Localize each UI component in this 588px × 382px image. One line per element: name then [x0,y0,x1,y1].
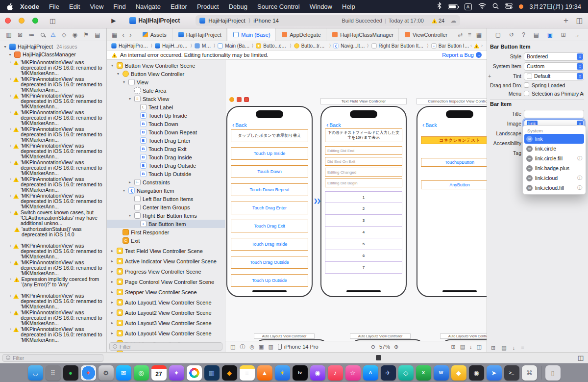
checkbox-spring-loaded[interactable] [524,82,529,88]
outline-row-auto-layout2-view-controller-scene[interactable]: ▸Auto Layout2 View Controller Scene [107,308,225,317]
outline-row-auto-layout1-view-controller-scene[interactable]: ▸Auto Layout1 View Controller Scene [107,298,225,306]
identity-inspector-icon[interactable]: ▤ [534,31,539,38]
outline-row-center-item-groups[interactable]: Center Item Groups [107,203,225,211]
build-status[interactable]: Build Succeeded | Today at 17:00 [342,18,424,24]
disclosure-closed-icon[interactable]: ▸ [110,280,115,284]
variants-icon[interactable]: ▣ [259,344,264,350]
dropdown-item-link-circle-fill[interactable]: ∞link.circle.fillⓘ [524,153,584,163]
partial-phone-outline[interactable] [255,339,328,341]
bottom-indicator-icon[interactable] [376,355,381,360]
table-row-2[interactable]: 2 [325,203,402,215]
back-button[interactable]: ‹Back [232,122,247,128]
test-navigator-icon[interactable]: ◇ [62,31,66,38]
disclosure-open-icon[interactable]: ▾ [127,97,132,101]
outline-row-text-field-view-controller-scene[interactable]: ▸Text Field View Controller Scene [107,247,225,255]
scene-title-label[interactable]: Auto Layout3 View Controller [440,333,487,339]
minimize-window-button[interactable] [19,18,24,24]
safe-area-icon[interactable]: ◎ [249,344,254,350]
dropdown-item-link-badge-plus[interactable]: ∞link.badge.plus [524,163,584,173]
tab-main-base[interactable]: Main (Base) [227,28,276,41]
disclosure-closed-icon[interactable]: › [10,327,11,332]
button-view-controller-scene[interactable]: ‹Back タップしたボタンで表示切り替え Touch Up InsideTou… [226,106,313,297]
partial-phone-outline[interactable] [351,339,424,341]
outline-row-view[interactable]: ▾View [107,78,225,86]
navigator-filter-field[interactable]: Filter [2,354,103,362]
size-inspector-icon[interactable]: ⊞ [561,31,566,38]
outline-row-test-label[interactable]: LTest Label [107,103,225,111]
file-inspector-icon[interactable]: ▢ [495,31,501,38]
phone-button-touch-down[interactable]: Touch Down [231,165,308,178]
zoom-level[interactable]: 57% [379,344,390,350]
disclosure-open-icon[interactable]: ▾ [116,72,121,76]
issue-row-7[interactable]: ›'MKPinAnnotationView' was deprecated in… [0,158,106,175]
input-source-icon[interactable]: A [465,3,472,10]
disclosure-closed-icon[interactable]: › [10,210,11,215]
dropdown-item-link-icloud[interactable]: ∞link.icloudⓘ [524,173,584,183]
table-row-7[interactable]: 7 [325,262,402,274]
outline-row-safe-area[interactable]: Safe Area [107,86,225,95]
issue-row-13[interactable]: ›'MKPinAnnotationView' was deprecated in… [0,258,106,275]
history-inspector-icon[interactable]: ↺ [509,31,514,38]
find-navigator-icon[interactable] [41,31,45,38]
phone-button-touch-up-outside[interactable]: Touch Up Outside [231,274,308,287]
resolve-layout-icon[interactable]: ◫ [477,344,482,350]
run-destination[interactable]: iPhone 14 [253,18,279,24]
disclosure-closed-icon[interactable]: › [10,193,11,199]
segment-icon[interactable]: ≡ [521,345,524,351]
add-variation-button[interactable]: + [488,73,493,79]
view-controller-dock-icon[interactable] [229,97,234,102]
wifi-icon[interactable] [478,3,486,10]
disclosure-closed-icon[interactable]: ▸ [110,249,115,253]
table-row-5[interactable]: 5 [325,238,402,250]
arrow-down-icon[interactable]: ↓ [513,345,515,351]
tab-hajihajiproject[interactable]: HajiHajiProject [172,28,227,41]
outline-row-button-view-controller-scene[interactable]: ▾Button View Controller Scene [107,61,225,70]
table-row-4[interactable]: 4 [325,227,402,238]
text-field-editing-did-end[interactable]: Editing Did End [325,146,402,155]
dock-launchpad[interactable]: ⠿ [46,365,61,381]
outline-row-right-bar-button-items[interactable]: ▾Right Bar Button Items [107,211,225,220]
dock-photos[interactable] [187,365,202,381]
outline-row-touch-up-outside[interactable]: BTouch Up Outside [107,170,225,178]
orientation-icon[interactable]: ▥ [268,344,273,350]
menubar-clock[interactable]: 3月27日(月) 19:34 [530,2,582,11]
outline-row-first-responder[interactable]: First Responder [107,228,225,236]
popup-style[interactable]: Bordered▴▾ [524,52,584,61]
disclosure-closed-icon[interactable]: › [10,177,11,182]
next-issue-icon[interactable]: › [481,43,483,48]
disclosure-closed-icon[interactable]: ▸ [110,290,115,294]
dock-podcasts[interactable]: ◉ [310,365,325,381]
adjust-editor-icon[interactable]: ◫ [230,344,235,350]
dock-app-green-x[interactable]: X [416,365,431,381]
text-field-editing-did-begin[interactable]: Editing Did Begin [325,178,402,187]
outline-row-touch-down-repeat[interactable]: BTouch Down Repeat [107,128,225,136]
issue-row-10[interactable]: ›Switch covers known cases, but 'CLAutho… [0,208,106,225]
battery-icon[interactable] [448,4,458,9]
dock-app-green-dot[interactable]: ● [63,365,78,381]
scene-title-label[interactable]: Connection Inspector View Controlle [416,98,487,104]
issue-row-14[interactable]: ›Expression implicitly coerced from '(an… [0,275,106,292]
disclosure-closed-icon[interactable]: ▸ [110,300,115,305]
outline-row-bar-button-item[interactable]: ▪Bar Button Item [107,220,225,228]
toggle-debug-area-icon[interactable]: ◫ [578,354,586,361]
tab-hajihajiclassmanager[interactable]: HajiHajiClassManager [326,28,399,41]
crumb-butto-cene[interactable]: Butto...cene [255,43,288,49]
menu-edit[interactable]: Edit [64,3,85,10]
dock-calendar[interactable]: 27 [151,365,167,381]
disclosure-open-icon[interactable]: ▾ [122,188,126,193]
apple-menu-icon[interactable] [7,3,13,10]
dock-terminal[interactable]: >_ [504,365,519,381]
issue-navigator-icon[interactable]: ⚠ [50,31,56,38]
info-icon[interactable]: ⓘ [240,343,245,351]
zoom-in-icon[interactable]: ⊕ [394,344,398,350]
dock-app-pink[interactable]: ☆ [345,365,361,381]
scheme-name[interactable]: HajiHajiProject [208,18,245,24]
outline-row-auto-layout3-view-controller-scene[interactable]: ▸Auto Layout3 View Controller Scene [107,319,225,327]
issue-row-4[interactable]: ›'MKPinAnnotationView' was deprecated in… [0,108,106,125]
dock-music[interactable]: ♪ [328,365,343,381]
dropdown-item-link[interactable]: ∞link [524,134,584,144]
issue-row-16[interactable]: ›'MKPinAnnotationView' was deprecated in… [0,308,106,325]
dock-tv[interactable]: tv [293,365,308,381]
scene-dock-icons[interactable] [229,97,249,102]
phone-button-touch-drag-outside[interactable]: Touch Drag Outside [231,256,308,269]
